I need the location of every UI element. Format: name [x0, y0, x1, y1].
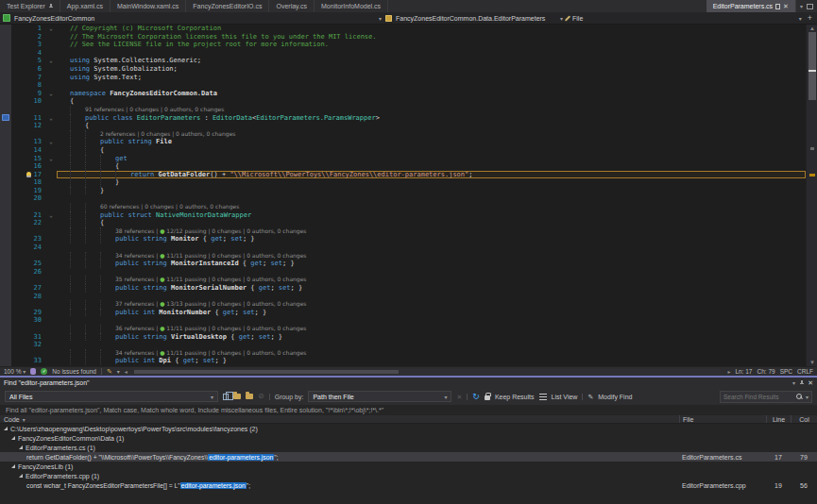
code-row[interactable]: 32 — [0, 341, 806, 349]
list-view-icon[interactable] — [539, 394, 547, 400]
search-find-results-box[interactable]: ▾ — [720, 391, 812, 403]
chevron-down-icon[interactable]: ▾ — [799, 15, 802, 22]
find-panel-title-bar[interactable]: Find "editor-parameters.json" ▾ ✕ — [0, 378, 817, 388]
search-icon[interactable] — [795, 393, 803, 400]
zoom-level-dropdown[interactable]: 100 % ▾ — [4, 368, 26, 375]
fold-chevron-icon[interactable]: ⌄ — [45, 114, 57, 123]
code-row[interactable]: 8 — [0, 81, 806, 90]
codelens-row[interactable]: 38 references | ● 12/12 passing | 0 chan… — [0, 227, 806, 236]
code-row[interactable]: 14{ — [0, 146, 806, 155]
code-row[interactable]: 5⌄using System.Collections.Generic; — [0, 57, 806, 65]
keep-results-button[interactable]: Keep Results — [495, 394, 535, 400]
tab-fancyzoneseditorio-cs[interactable]: FancyZonesEditorIO.cs — [186, 0, 269, 12]
scroll-left-icon[interactable]: ◂ — [125, 368, 128, 375]
codelens-row[interactable]: 36 references | ● 11/11 passing | 0 chan… — [0, 325, 806, 333]
code-editor[interactable]: 1⌄// Copyright (c) Microsoft Corporation… — [0, 25, 817, 366]
breadcrumb-type-dropdown[interactable]: FancyZonesEditorCommon.Data.EditorParame… — [396, 15, 556, 22]
expander-icon[interactable] — [4, 427, 8, 430]
fold-chevron-icon[interactable]: ⌄ — [45, 57, 57, 65]
vertical-scrollbar[interactable]: ▲ ▼ — [806, 25, 817, 366]
find-group-row[interactable]: EditorParameters.cs (1) — [0, 443, 817, 452]
codelens-row[interactable]: 34 references | ● 11/11 passing | 0 chan… — [0, 349, 806, 358]
horizontal-scrollbar[interactable] — [134, 369, 722, 375]
code-row[interactable]: 25public string MonitorInstanceId { get;… — [0, 260, 806, 268]
codelens-row[interactable]: 91 references | 0 changes | 0 authors, 0… — [0, 106, 806, 114]
window-list-icon[interactable] — [807, 4, 813, 9]
pin-icon[interactable] — [799, 380, 804, 385]
code-row[interactable]: 9⌄namespace FancyZonesEditorCommon.Data — [0, 90, 806, 98]
codelens-row[interactable]: 2 references | 0 changes | 0 authors, 0 … — [0, 130, 806, 139]
code-row[interactable]: 26 — [0, 268, 806, 277]
code-row[interactable]: 20 — [0, 194, 806, 203]
codelens-row[interactable]: 60 references | 0 changes | 0 authors, 0… — [0, 203, 806, 211]
breadcrumb-project-dropdown[interactable]: FancyZonesEditorCommon — [14, 15, 375, 22]
code-column-header[interactable]: Code — [4, 416, 20, 423]
code-row[interactable]: 31public string VirtualDesktop { get; se… — [0, 333, 806, 342]
code-row[interactable]: 16{ — [0, 162, 806, 171]
copy-icon[interactable] — [223, 394, 229, 400]
code-row[interactable]: 4 — [0, 49, 806, 58]
tab-overlay-cs[interactable]: Overlay.cs — [269, 0, 315, 12]
modify-find-button[interactable]: Modify Find — [598, 394, 632, 400]
chevron-down-icon[interactable]: ▾ — [23, 416, 26, 423]
close-tab-icon[interactable]: ✕ — [783, 3, 789, 9]
tab-list-chevron-icon[interactable]: ▾ — [800, 3, 803, 9]
code-row[interactable]: 13⌄public string File — [0, 138, 806, 146]
eol-indicator[interactable]: CRLF — [797, 368, 813, 375]
expand-all-icon[interactable] — [233, 394, 241, 399]
expander-icon[interactable] — [19, 474, 23, 478]
fold-chevron-icon[interactable]: ⌄ — [45, 25, 57, 33]
document-health-icon[interactable] — [30, 368, 36, 375]
code-row[interactable]: 18} — [0, 178, 806, 187]
code-row[interactable]: 6using System.Globalization; — [0, 65, 806, 74]
fold-chevron-icon[interactable]: ⌄ — [45, 90, 57, 98]
scroll-up-icon[interactable]: ▲ — [807, 25, 817, 32]
codelens-row[interactable]: 34 references | ● 11/11 passing | 0 chan… — [0, 252, 806, 260]
scrollbar-thumb[interactable] — [808, 32, 816, 100]
code-row[interactable]: 11⌄public class EditorParameters : Edito… — [0, 114, 806, 123]
code-row[interactable]: 17return GetDataFolder() + "\\Microsoft\… — [0, 171, 806, 179]
fold-chevron-icon[interactable]: ⌄ — [45, 211, 57, 220]
tab-mainwindow-xaml-cs[interactable]: MainWindow.xaml.cs — [111, 0, 186, 12]
codelens-row[interactable]: 35 references | ● 11/11 passing | 0 chan… — [0, 276, 806, 284]
fold-chevron-icon[interactable]: ⌄ — [45, 138, 57, 146]
expander-icon[interactable] — [19, 445, 23, 449]
code-row[interactable]: 12{ — [0, 122, 806, 130]
close-panel-icon[interactable]: ✕ — [808, 379, 813, 386]
code-area[interactable]: 1⌄// Copyright (c) Microsoft Corporation… — [0, 25, 806, 366]
lightbulb-icon[interactable] — [26, 172, 31, 177]
find-group-row[interactable]: FancyZonesLib (1) — [0, 462, 817, 471]
breadcrumb-member-dropdown[interactable]: File — [572, 15, 795, 22]
window-position-chevron-icon[interactable]: ▾ — [792, 379, 795, 386]
issues-status-label[interactable]: No issues found — [52, 368, 96, 375]
code-row[interactable]: 23public string Monitor { get; set; } — [0, 235, 806, 244]
markers-pencil-icon[interactable]: ✎ — [107, 368, 112, 375]
tab-test-explorer[interactable]: Test Explorer — [0, 0, 60, 12]
collapse-all-icon[interactable] — [246, 394, 253, 399]
scope-dropdown[interactable]: All Files ▾ — [5, 391, 218, 402]
find-group-row[interactable]: C:\Users\zhaopengwang\Desktop\powertoys\… — [0, 424, 817, 433]
find-group-row[interactable]: FancyZonesEditorCommon\Data (1) — [0, 433, 817, 443]
split-window-icon[interactable]: + — [806, 14, 814, 23]
fold-chevron-icon[interactable]: ⌄ — [45, 155, 57, 163]
code-row[interactable]: 27public string MonitorSerialNumber { ge… — [0, 284, 806, 293]
code-row[interactable]: 24 — [0, 244, 806, 252]
code-row[interactable]: 21⌄public struct NativeMonitorDataWrappe… — [0, 211, 806, 220]
list-view-button[interactable]: List View — [552, 394, 578, 400]
group-by-dropdown[interactable]: Path then File ▾ — [308, 391, 451, 402]
code-row[interactable]: 3// See the LICENSE file in the project … — [0, 41, 806, 49]
expander-icon[interactable] — [11, 436, 15, 440]
find-result-row[interactable]: const wchar_t FancyZonesEditorParameters… — [0, 480, 817, 490]
code-row[interactable]: 30 — [0, 316, 806, 325]
code-row[interactable]: 10{ — [0, 97, 806, 106]
codelens-row[interactable]: 37 references | ● 13/13 passing | 0 chan… — [0, 300, 806, 309]
tab-monitorinfomodel-cs[interactable]: MonitorInfoModel.cs — [315, 0, 388, 12]
tab-app-xaml-cs[interactable]: App.xaml.cs — [60, 0, 111, 12]
col-column-header[interactable]: Col — [791, 415, 817, 423]
chevron-down-icon[interactable]: ▾ — [560, 15, 563, 22]
spaces-indicator[interactable]: SPC — [780, 368, 792, 375]
code-row[interactable]: 1⌄// Copyright (c) Microsoft Corporation — [0, 25, 806, 33]
hscrollbar-thumb[interactable] — [134, 370, 399, 374]
search-find-results-input[interactable] — [723, 394, 792, 400]
code-row[interactable]: 19} — [0, 187, 806, 195]
